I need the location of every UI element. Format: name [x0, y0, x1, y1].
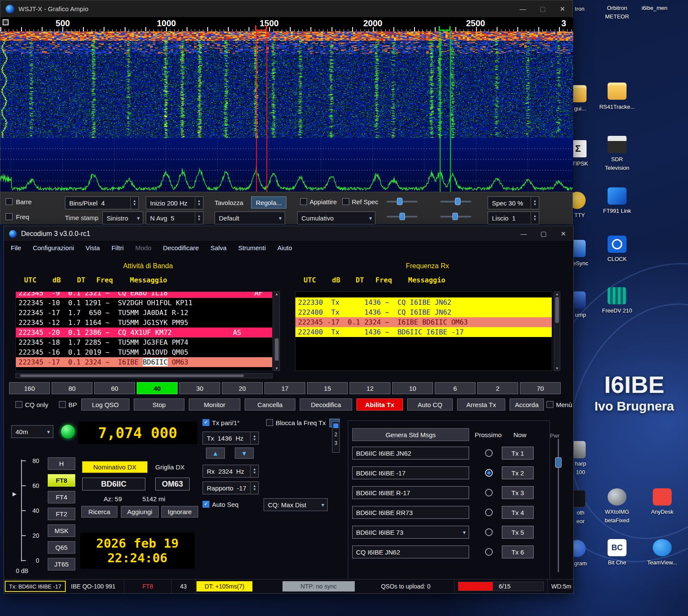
dx-grid-field[interactable]: OM63: [155, 478, 190, 490]
halt-tx-button[interactable]: Arresta Tx: [457, 398, 505, 411]
mode-ft4-button[interactable]: FT4: [48, 491, 75, 503]
spec-percent-spinner[interactable]: Spec 30 %▲▼: [488, 196, 539, 209]
menu-checkbox[interactable]: [547, 401, 553, 408]
decode-row-own-call[interactable]: 222345 -17 0.1 2324 ~ I6IBE BD6IIC OM63: [295, 317, 552, 327]
smooth-spinner[interactable]: Liscio 1▲▼: [488, 211, 539, 224]
slider-handle[interactable]: [455, 198, 461, 205]
frequency-scale[interactable]: 500 1000 1500 2000 2500 3: [0, 18, 573, 31]
band-60[interactable]: 60: [94, 382, 135, 394]
zero2-slider[interactable]: [440, 212, 471, 220]
spectrum-mode-combo[interactable]: Cumulativo: [297, 211, 375, 224]
rx-frequency-spinner[interactable]: Rx 2324 Hz▲▼: [203, 465, 259, 478]
spinner-arrows-icon[interactable]: ▲▼: [250, 482, 258, 494]
tx2-button[interactable]: Tx 2: [502, 466, 534, 479]
tx-message-3-radio[interactable]: [485, 489, 493, 496]
spinner-arrows-icon[interactable]: ▲▼: [195, 212, 203, 224]
spinner-arrows-icon[interactable]: ▲▼: [531, 212, 539, 224]
tx-message-5-combo[interactable]: BD6IIC I6IBE 73▾: [352, 526, 469, 539]
slider-handle[interactable]: [397, 198, 402, 205]
lookup-button[interactable]: Ricerca: [81, 506, 117, 518]
menu-strumenti[interactable]: Strumenti: [238, 244, 266, 251]
decode-row[interactable]: 222345 -12 1.7 1164 ~ TU5MM JG1SYK PM95: [16, 318, 272, 328]
desktop-icon-rs41tracker[interactable]: RS41Tracke...: [591, 103, 643, 111]
decode-row[interactable]: 222345 -17 1.7 650 ~ TU5MM JA0DAI R-12: [16, 308, 272, 318]
auto-seq-checkbox[interactable]: [203, 501, 209, 508]
band-17[interactable]: 17: [264, 382, 305, 394]
freq-checkbox[interactable]: [6, 213, 12, 220]
waterfall-canvas[interactable]: [0, 31, 573, 192]
mode-q65-button[interactable]: Q65: [48, 541, 75, 554]
rx-frequency-marker[interactable]: [439, 26, 451, 31]
menu-decodificare[interactable]: Decodificare: [163, 244, 199, 251]
wxtoimg-icon[interactable]: [608, 488, 627, 506]
ft991-link-icon[interactable]: [608, 187, 627, 205]
decode-row[interactable]: 222345 -16 0.1 2019 ~ TU5MM JA1OVD QM05: [16, 347, 272, 357]
chevron-down-icon[interactable]: ▾: [463, 529, 466, 536]
band-40-active[interactable]: 40: [137, 382, 178, 394]
slider-handle[interactable]: [452, 213, 458, 220]
ignore-button[interactable]: Ignorare: [161, 506, 198, 518]
desktop-icon-teamviewer[interactable]: TeamView...: [636, 559, 688, 567]
decode-row[interactable]: 222345 -20 0.1 2386 ~ CQ 4X1UF KM72AS: [16, 328, 272, 337]
report-spinner[interactable]: Rapporto -17▲▼: [203, 481, 259, 494]
adjust-palette-button[interactable]: Regola...: [251, 196, 286, 208]
band-2[interactable]: 2: [477, 382, 518, 394]
close-icon[interactable]: ✕: [553, 226, 573, 241]
mode-ft2-button[interactable]: FT2: [48, 508, 75, 520]
cq-mode-combo[interactable]: CQ: Max Dist: [264, 498, 328, 511]
timestamp-combo[interactable]: Sinistro: [102, 211, 143, 224]
tx1-button[interactable]: Tx 1: [502, 447, 534, 460]
spinner-arrows-icon[interactable]: ▲▼: [250, 432, 258, 444]
zero-slider[interactable]: [440, 197, 471, 205]
menu-salva[interactable]: Salva: [210, 244, 227, 251]
band-70[interactable]: 70: [520, 382, 561, 394]
dx-call-button[interactable]: Nominativo DX: [82, 461, 147, 473]
clapperboard-icon[interactable]: [608, 136, 627, 153]
mode-msk-button[interactable]: MSK: [48, 524, 75, 537]
band-activity-hscrollbar[interactable]: [15, 373, 273, 378]
desktop-icon-freedv[interactable]: FreeDV 210: [591, 307, 643, 315]
bins-per-pixel-spinner[interactable]: Bins/Pixel 4▲▼: [65, 196, 139, 209]
tx-message-4-radio[interactable]: [485, 509, 493, 516]
desktop-icon-anydesk[interactable]: AnyDesk: [636, 508, 688, 516]
pwr-slider-handle[interactable]: [555, 457, 562, 468]
maximize-icon[interactable]: ▢: [534, 226, 553, 241]
mode-jt65-button[interactable]: JT65: [48, 558, 75, 570]
hold-tx-freq-checkbox[interactable]: [266, 419, 273, 426]
tx6-button[interactable]: Tx 6: [502, 546, 534, 558]
tx-even-checkbox[interactable]: [203, 419, 209, 426]
bp-checkbox[interactable]: [59, 401, 66, 408]
clock-icon[interactable]: [608, 236, 627, 253]
add-button[interactable]: Aggiungi: [121, 506, 159, 518]
decodium-titlebar[interactable]: Decodium 3 v3.0.0-rc1 — ▢ ✕: [4, 226, 573, 242]
tx-row[interactable]: 222330 Tx 1436 ~ CQ I6IBE JN62: [295, 297, 552, 307]
scrollbar-thumb[interactable]: [275, 338, 279, 361]
monitor-button[interactable]: Monitor: [189, 398, 240, 411]
tx4-button[interactable]: Tx 4: [502, 506, 534, 519]
tune-button[interactable]: Accorda: [510, 398, 544, 411]
menu-vista[interactable]: Vista: [86, 244, 100, 251]
gain-slider[interactable]: [387, 197, 418, 205]
mini-slider[interactable]: 2 3: [332, 422, 340, 453]
scrollbar-thumb[interactable]: [20, 374, 244, 377]
spinner-arrows-icon[interactable]: ▲▼: [250, 465, 258, 477]
enable-tx-button[interactable]: Abilita Tx: [356, 398, 403, 411]
tx-frequency-marker[interactable]: [255, 25, 267, 31]
tx-message-2-radio-selected[interactable]: [485, 469, 493, 477]
decode-row[interactable]: 222345 -18 1.7 2285 ~ TU5MM JG3FEA PM74: [16, 337, 272, 347]
desktop-icon-ft991-link[interactable]: FT991 Link: [591, 207, 643, 215]
auto-cq-button[interactable]: Auto CQ: [407, 398, 453, 411]
decode-row[interactable]: 222345 -10 0.1 1291 ~ SV2DGH OH1FOL KP11: [16, 298, 272, 308]
tx-row[interactable]: 222400 Tx 1436 ~ CQ I6IBE JN62: [295, 307, 552, 317]
stop-button[interactable]: Stop: [134, 398, 184, 411]
menu-aiuto[interactable]: Aiuto: [277, 244, 292, 251]
band-activity-scrollbar[interactable]: ▲▼: [273, 291, 280, 371]
band-12[interactable]: 12: [350, 382, 390, 394]
mini-slider-thumb[interactable]: [333, 423, 338, 428]
tx-message-2-field[interactable]: BD6IIC I6IBE -17: [352, 466, 469, 479]
desktop-icon-bitche[interactable]: Bit Che: [591, 559, 643, 567]
freedv-icon[interactable]: [608, 287, 627, 304]
cq-only-checkbox[interactable]: [15, 401, 22, 408]
gain2-slider[interactable]: [387, 212, 418, 220]
rx-frequency-table[interactable]: 222330 Tx 1436 ~ CQ I6IBE JN62 222400 Tx…: [295, 291, 552, 371]
